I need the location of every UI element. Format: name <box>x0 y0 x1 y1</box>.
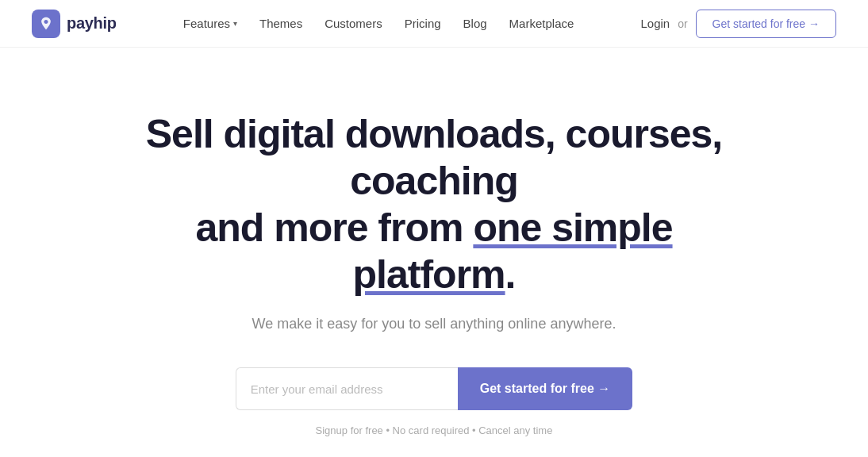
nav-blog[interactable]: Blog <box>463 17 487 30</box>
get-started-outline-button[interactable]: Get started for free → <box>696 10 836 38</box>
hero-title-line1: Sell digital downloads, courses, coachin… <box>146 112 723 203</box>
nav-themes[interactable]: Themes <box>259 17 302 30</box>
hero-title-end: . <box>505 252 516 297</box>
logo-text: payhip <box>67 14 117 33</box>
hero-title-line2-start: and more from <box>195 205 473 250</box>
hero-subtitle: We make it easy for you to sell anything… <box>252 316 616 332</box>
nav-pricing[interactable]: Pricing <box>405 17 441 30</box>
logo[interactable]: payhip <box>32 10 117 38</box>
nav-customers[interactable]: Customers <box>325 17 382 30</box>
get-started-button[interactable]: Get started for free → <box>458 367 632 410</box>
hero-title: Sell digital downloads, courses, coachin… <box>133 111 735 298</box>
nav-marketplace[interactable]: Marketplace <box>509 17 574 30</box>
site-header: payhip Features ▾ Themes Customers Prici… <box>0 0 868 48</box>
hero-section: Sell digital downloads, courses, coachin… <box>0 48 868 457</box>
header-actions: Login or Get started for free → <box>640 10 836 38</box>
main-nav: Features ▾ Themes Customers Pricing Blog… <box>183 17 574 30</box>
or-separator: or <box>678 17 687 30</box>
logo-icon <box>32 10 60 38</box>
nav-features[interactable]: Features ▾ <box>183 17 237 30</box>
hero-note: Signup for free • No card required • Can… <box>316 424 553 436</box>
login-link[interactable]: Login <box>640 17 670 30</box>
email-input[interactable] <box>236 367 458 410</box>
hero-cta-group: Get started for free → <box>236 367 632 410</box>
chevron-down-icon: ▾ <box>233 19 237 28</box>
